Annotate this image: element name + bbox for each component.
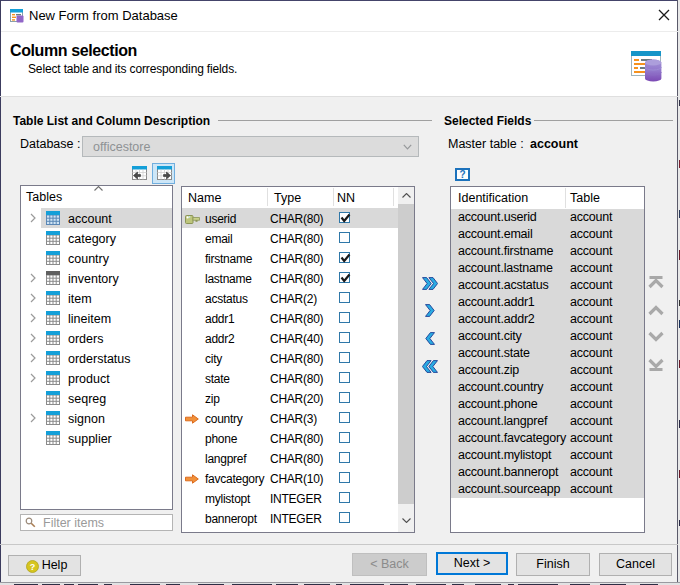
svg-text:?: ? [30,562,36,572]
